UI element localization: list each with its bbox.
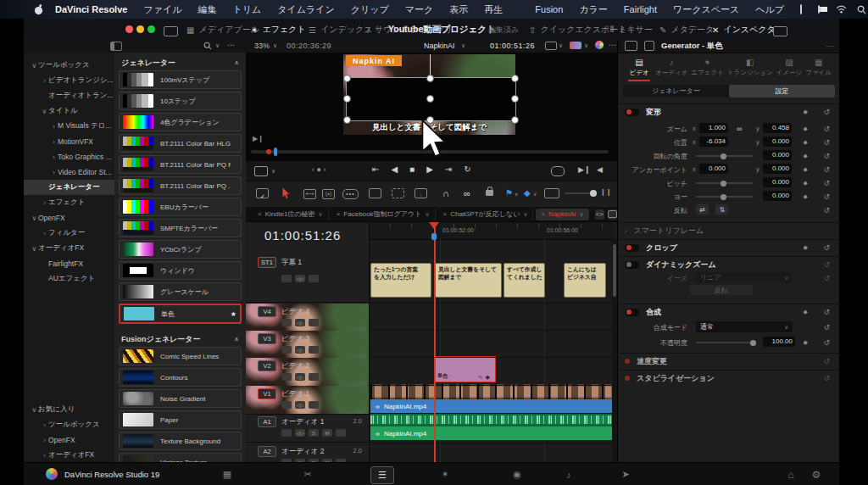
timeline-tab[interactable]: × ChatGPTが反応しない ∨	[438, 209, 534, 220]
subtab-generator[interactable]: ジェネレーター	[623, 85, 729, 98]
track-lock-icon[interactable]	[281, 401, 292, 409]
spotlight-search-icon[interactable]	[857, 5, 866, 14]
subtitle-clip[interactable]: すべて作成し てくれました	[504, 263, 545, 298]
transform-section-header[interactable]: 変形 ◆ ↺	[618, 103, 840, 120]
inspector-options-icon[interactable]: ⋯	[826, 42, 834, 50]
track-badge[interactable]: A1	[258, 416, 276, 427]
timeline-timecode-display[interactable]: 01:00:51:26	[264, 228, 341, 242]
reset-icon[interactable]: ↺	[823, 374, 830, 382]
tree-arrow-icon[interactable]: ›	[41, 437, 48, 444]
tree-item[interactable]: ∨ OpenFX	[24, 210, 114, 226]
menu-app-name[interactable]: DaVinci Resolve	[55, 4, 127, 14]
opacity-value[interactable]: 100.00	[763, 337, 795, 347]
search-icon[interactable]	[203, 42, 212, 52]
track-film-icon[interactable]	[309, 401, 319, 409]
tree-arrow-icon[interactable]: ›	[50, 138, 58, 146]
reset-icon[interactable]: ↺	[823, 274, 830, 282]
tree-item[interactable]: › OpenFX	[24, 432, 114, 448]
inspector-tab[interactable]: ▦ ファイル	[805, 53, 832, 81]
generator-item[interactable]: 単色 ★	[119, 304, 242, 324]
tab-chevron-icon[interactable]: ∨	[523, 211, 527, 218]
fusion-generators-header[interactable]: Fusionジェネレーター ∧	[114, 332, 246, 347]
tab-chevron-icon[interactable]: ∨	[319, 211, 323, 218]
menu-item[interactable]: カラー	[579, 3, 608, 16]
reset-icon[interactable]: ↺	[823, 165, 830, 174]
marker-icon[interactable]: ◆	[524, 188, 531, 198]
track-header[interactable]: V3 ビデオ 3 ◁▷ S M	[246, 331, 369, 360]
preview-icon[interactable]	[625, 41, 637, 51]
close-tab-icon[interactable]: ×	[443, 210, 448, 218]
tree-item[interactable]: ジェネレーター	[24, 180, 114, 195]
clean-feed-icon[interactable]	[773, 25, 787, 40]
subtab-settings[interactable]: 設定	[729, 85, 835, 98]
position-lock-icon[interactable]	[486, 187, 493, 198]
composite-enable-toggle[interactable]	[625, 309, 639, 316]
track-badge[interactable]: V1	[258, 388, 276, 399]
reset-icon[interactable]: ↺	[823, 152, 830, 160]
match-frame-icon[interactable]: ▶❙	[253, 135, 264, 142]
track-name[interactable]: オーディオ 2	[281, 447, 324, 457]
reset-icon[interactable]: ↺	[823, 192, 830, 201]
page-button[interactable]: ➤	[615, 466, 637, 482]
video-frame[interactable]: Napkin AI 見出しと文書をそして図解まで	[343, 54, 515, 135]
rotation-slider[interactable]	[696, 155, 754, 157]
flag-icon[interactable]: ⚑	[505, 188, 513, 198]
anchor-y-value[interactable]: 0.000	[763, 164, 792, 174]
link-xy-icon[interactable]: ∞	[737, 125, 742, 133]
track-lock-icon[interactable]	[281, 373, 292, 381]
track-autoselect-icon[interactable]: ◁▷	[295, 429, 305, 437]
generator-item[interactable]: 100mVステップ	[119, 70, 242, 89]
track-name[interactable]: ビデオ 3	[281, 334, 309, 344]
tree-arrow-icon[interactable]: ∨	[31, 245, 38, 253]
tree-arrow-icon[interactable]: ›	[50, 153, 58, 161]
transform-handle[interactable]	[426, 75, 434, 82]
composite-mode-dropdown[interactable]: 通常∨	[696, 321, 793, 332]
tree-item[interactable]: › MotionVFX	[24, 134, 114, 149]
track-film-icon[interactable]	[309, 319, 319, 326]
page-button[interactable]: ◉	[506, 466, 528, 482]
page-button[interactable]: ✶	[434, 466, 456, 482]
track-name[interactable]: 字幕 1	[281, 258, 302, 268]
close-tab-icon[interactable]: ×	[541, 210, 545, 218]
window-zoom-button[interactable]	[147, 25, 155, 33]
collapse-icon[interactable]: ∧	[234, 336, 239, 343]
solo-button[interactable]: S	[309, 429, 319, 437]
audio-clip-waveform[interactable]	[370, 413, 612, 426]
generator-item[interactable]: 10ステップ	[119, 92, 242, 110]
reset-icon[interactable]: ↺	[823, 357, 830, 365]
tree-arrow-icon[interactable]: ›	[41, 452, 48, 460]
page-button[interactable]: ♪	[558, 466, 580, 482]
keyframe-icon[interactable]: ◆	[804, 139, 808, 146]
track-lock-icon[interactable]	[281, 429, 292, 437]
reset-icon[interactable]: ↺	[823, 125, 830, 133]
reset-icon[interactable]: ↺	[823, 323, 830, 332]
zoom-y-value[interactable]: 0.458	[763, 123, 792, 133]
clip-color-chevron-icon[interactable]: ∨	[584, 42, 588, 49]
media-pool-button[interactable]: ▦メディアプール	[186, 24, 259, 36]
track-film-icon[interactable]	[336, 429, 346, 437]
composite-section[interactable]: 合成 ◆ ↺	[618, 304, 840, 320]
inspector-tab[interactable]: ♪ オーディオ	[655, 53, 687, 81]
menu-item[interactable]: ヘルプ	[755, 3, 784, 16]
generator-item[interactable]: EBUカラーバー	[119, 198, 242, 216]
playhead-head[interactable]	[429, 222, 439, 229]
pitch-slider[interactable]	[696, 182, 754, 184]
page-button[interactable]: ✂	[297, 466, 319, 482]
track-badge[interactable]: V3	[258, 333, 276, 344]
timeline-tab[interactable]: × Facebook強制ログアウト ∨	[331, 209, 436, 220]
reset-icon[interactable]: ↺	[823, 338, 830, 347]
tree-item[interactable]: › ツールボックス	[24, 417, 114, 432]
stop-button[interactable]: ■	[409, 164, 415, 174]
generator-item[interactable]: BT.2111 Color Bar PQ ...	[119, 176, 242, 195]
timeline-view-options-icon[interactable]: ✓	[256, 188, 274, 200]
tree-item[interactable]: › Toko Graphics ...	[24, 149, 114, 164]
menu-item[interactable]: Fairlight	[624, 4, 657, 14]
keyframe-icon[interactable]: ◆	[804, 309, 808, 315]
razor-tool-icon[interactable]: •••	[342, 188, 359, 199]
track-autoselect-icon[interactable]: ◁▷	[295, 373, 305, 381]
index-button[interactable]: ☰インデックス	[309, 24, 372, 36]
generator-item[interactable]: ウィンドウ	[119, 261, 242, 280]
menu-item[interactable]: ファイル	[143, 3, 181, 16]
mixer-button[interactable]: ⫴ミキサー	[610, 24, 653, 36]
play-reverse-button[interactable]: ◀	[391, 164, 398, 174]
